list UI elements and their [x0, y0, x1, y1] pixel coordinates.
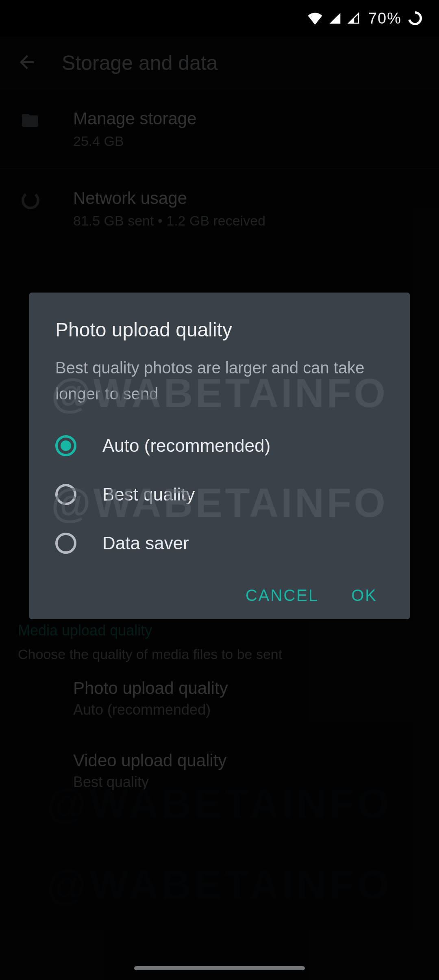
- dialog-description: Best quality photos are larger and can t…: [55, 355, 384, 407]
- radio-label: Best quality: [102, 484, 195, 505]
- photo-quality-dialog: @WABETAINFO @WABETAINFO Photo upload qua…: [29, 293, 410, 619]
- dialog-actions: CANCEL OK: [55, 586, 384, 605]
- cancel-button[interactable]: CANCEL: [246, 586, 319, 605]
- radio-option-auto[interactable]: Auto (recommended): [55, 435, 384, 456]
- radio-option-saver[interactable]: Data saver: [55, 533, 384, 554]
- svg-point-0: [409, 13, 421, 24]
- radio-icon: [55, 435, 76, 456]
- radio-group: Auto (recommended) Best quality Data sav…: [55, 435, 384, 554]
- signal-icon-1: [328, 12, 341, 25]
- gesture-nav-bar[interactable]: [134, 966, 305, 970]
- status-bar: 70%: [0, 0, 439, 37]
- battery-ring-icon: [407, 11, 423, 26]
- radio-option-best[interactable]: Best quality: [55, 484, 384, 505]
- signal-icon-2: [347, 12, 360, 25]
- battery-text: 70%: [368, 10, 402, 27]
- radio-label: Data saver: [102, 533, 189, 553]
- dialog-title: Photo upload quality: [55, 319, 384, 341]
- radio-icon: [55, 533, 76, 554]
- ok-button[interactable]: OK: [351, 586, 377, 605]
- radio-label: Auto (recommended): [102, 436, 270, 456]
- radio-icon: [55, 484, 76, 505]
- wifi-icon: [307, 12, 323, 25]
